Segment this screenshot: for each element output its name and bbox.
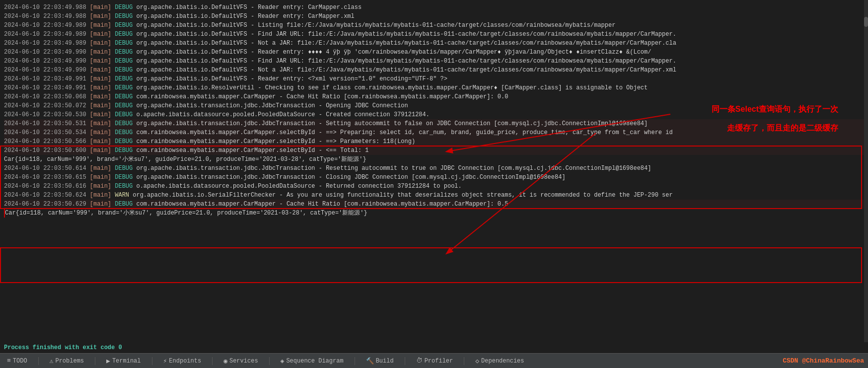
log-line: 2024-06-10 22:03:50.531 [main] DEBUG org…: [4, 119, 864, 128]
toolbar-separator: [405, 357, 405, 365]
log-line: 2024-06-10 22:03:50.600 [main] DEBUG com…: [4, 146, 864, 155]
log-line: Car{id=118, carNum='999', brand='小米su7',…: [4, 155, 864, 164]
endpoints-icon: ⚡: [163, 357, 167, 365]
log-line: 2024-06-10 22:03:50.068 [main] DEBUG com…: [4, 92, 864, 101]
toolbar-label-sequence-diagram: Sequence Diagram: [286, 358, 343, 365]
terminal-icon: ▶: [106, 357, 110, 365]
problems-icon: ⚠: [50, 357, 54, 365]
toolbar-label-build: Build: [376, 358, 394, 365]
log-content: 2024-06-10 22:03:49.988 [main] DEBUG org…: [0, 2, 868, 219]
toolbar-item-profiler[interactable]: ⏱Profiler: [413, 356, 456, 366]
log-line: 2024-06-10 22:03:50.530 [main] DEBUG o.a…: [4, 110, 864, 119]
toolbar-separator: [355, 357, 355, 365]
toolbar-label-dependencies: Dependencies: [481, 358, 524, 365]
toolbar-item-endpoints[interactable]: ⚡Endpoints: [160, 356, 205, 366]
toolbar-separator: [269, 357, 270, 365]
toolbar-label-endpoints: Endpoints: [169, 358, 201, 365]
sequence-diagram-icon: ◈: [281, 357, 285, 365]
toolbar-label-profiler: Profiler: [425, 358, 453, 365]
log-line: 2024-06-10 22:03:50.566 [main] DEBUG com…: [4, 137, 864, 146]
log-line: 2024-06-10 22:03:50.072 [main] DEBUG org…: [4, 101, 864, 110]
process-finished: Process finished with exit code 0: [0, 342, 868, 353]
log-line: 2024-06-10 22:03:49.989 [main] DEBUG org…: [4, 21, 864, 30]
log-line: 2024-06-10 22:03:49.990 [main] DEBUG org…: [4, 48, 864, 57]
log-line: 2024-06-10 22:03:49.990 [main] DEBUG org…: [4, 66, 864, 74]
toolbar-separator: [95, 357, 95, 365]
toolbar-item-sequence-diagram[interactable]: ◈Sequence Diagram: [278, 356, 347, 366]
log-line: 2024-06-10 22:03:50.616 [main] DEBUG o.a…: [4, 182, 864, 191]
log-line: 2024-06-10 22:03:50.615 [main] DEBUG org…: [4, 173, 864, 182]
toolbar-item-problems[interactable]: ⚠Problems: [47, 356, 87, 366]
log-line: 2024-06-10 22:03:50.534 [main] DEBUG com…: [4, 128, 864, 137]
toolbar-item-dependencies[interactable]: ◇Dependencies: [472, 356, 527, 366]
toolbar-separator: [464, 357, 464, 365]
toolbar-item-services[interactable]: ◉Services: [220, 356, 261, 366]
log-area: 2024-06-10 22:03:49.988 [main] DEBUG org…: [0, 0, 868, 342]
brand-label: CSDN @ChinaRainbowSea: [783, 357, 864, 365]
toolbar-separator: [152, 357, 152, 365]
log-line: 2024-06-10 22:03:49.989 [main] DEBUG org…: [4, 30, 864, 39]
log-line: 2024-06-10 22:03:49.988 [main] DEBUG org…: [4, 12, 864, 21]
build-icon: 🔨: [366, 357, 374, 365]
toolbar-separator: [212, 357, 213, 365]
profiler-icon: ⏱: [416, 357, 423, 365]
log-line: 2024-06-10 22:03:50.624 [main] WARN org.…: [4, 191, 864, 200]
services-icon: ◉: [223, 357, 227, 365]
toolbar-label-todo: TODO: [13, 358, 27, 365]
log-line: 2024-06-10 22:03:49.991 [main] DEBUG org…: [4, 74, 864, 83]
toolbar-separator: [38, 357, 39, 365]
log-line: 2024-06-10 22:03:49.988 [main] DEBUG org…: [4, 3, 864, 12]
dependencies-icon: ◇: [475, 357, 479, 365]
toolbar-label-terminal: Terminal: [112, 358, 141, 365]
toolbar-item-build[interactable]: 🔨Build: [363, 356, 397, 366]
bottom-toolbar: ≡TODO⚠Problems▶Terminal⚡Endpoints◉Servic…: [0, 353, 868, 368]
toolbar-item-terminal[interactable]: ▶Terminal: [103, 356, 144, 366]
red-box-2: [0, 247, 862, 283]
log-line: 2024-06-10 22:03:49.991 [main] DEBUG org…: [4, 83, 864, 92]
log-line: 2024-06-10 22:03:50.614 [main] DEBUG org…: [4, 164, 864, 173]
toolbar-item-todo[interactable]: ≡TODO: [4, 356, 30, 366]
log-line: 2024-06-10 22:03:49.990 [main] DEBUG org…: [4, 57, 864, 66]
scrollbar[interactable]: [864, 0, 868, 342]
log-line: 2024-06-10 22:03:50.629 [main] DEBUG com…: [4, 200, 864, 209]
toolbar-label-services: Services: [229, 358, 258, 365]
toolbar-label-problems: Problems: [55, 358, 84, 365]
scrollbar-thumb[interactable]: [864, 17, 868, 27]
todo-icon: ≡: [7, 357, 11, 365]
log-line: 2024-06-10 22:03:49.989 [main] DEBUG org…: [4, 39, 864, 48]
log-line: Car{id=118, carNum='999', brand='小米su7',…: [4, 209, 864, 218]
